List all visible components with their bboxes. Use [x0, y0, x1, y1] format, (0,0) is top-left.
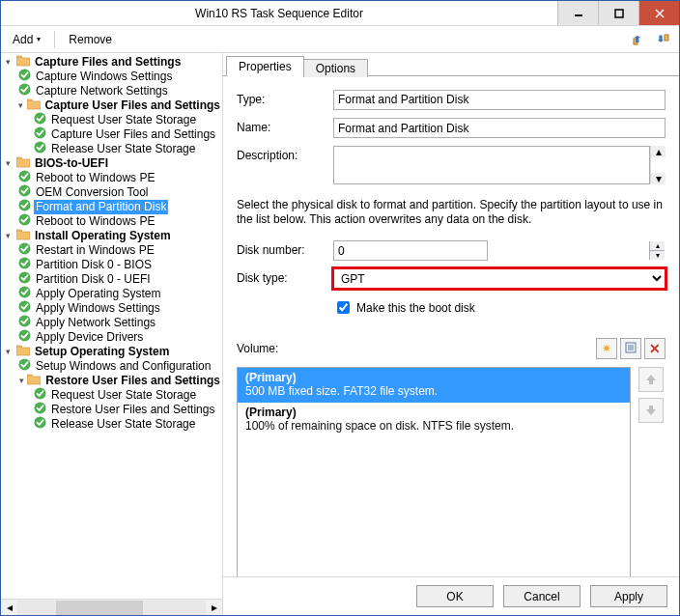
- minimize-button[interactable]: [557, 1, 598, 25]
- apply-button[interactable]: Apply: [590, 585, 667, 607]
- expand-icon[interactable]: ▾: [3, 57, 14, 68]
- success-icon: [34, 141, 46, 157]
- tree-item[interactable]: Request User State Storage: [34, 113, 222, 127]
- tab-options[interactable]: Options: [303, 59, 368, 77]
- tree-item[interactable]: Apply Device Drivers: [18, 330, 222, 345]
- tree-item-label: Request User State Storage: [49, 388, 198, 403]
- tree-item-label: Setup Operating System: [33, 345, 171, 359]
- move-up-icon[interactable]: [629, 30, 648, 49]
- cancel-button[interactable]: Cancel: [503, 585, 581, 607]
- move-down-icon[interactable]: [654, 30, 673, 49]
- volume-item[interactable]: (Primary)100% of remaining space on disk…: [238, 403, 630, 437]
- tree-item[interactable]: Apply Windows Settings: [18, 301, 222, 316]
- textarea-spin: ▴ ▾: [650, 146, 666, 184]
- expand-icon[interactable]: ▾: [3, 158, 14, 169]
- footer: OK Cancel Apply: [223, 576, 679, 615]
- tree-children: Capture Windows SettingsCapture Network …: [3, 70, 222, 156]
- expand-icon[interactable]: ▾: [18, 100, 24, 111]
- expand-icon[interactable]: ▾: [3, 347, 14, 357]
- spin-up-icon[interactable]: ▴: [649, 241, 665, 250]
- tree-item-label: Restart in Windows PE: [34, 243, 156, 258]
- volume-item-title: (Primary): [245, 371, 622, 384]
- task-tree[interactable]: ▾Capture Files and SettingsCapture Windo…: [1, 53, 222, 599]
- bootdisk-label[interactable]: Make this the boot disk: [356, 301, 475, 315]
- volume-move-up-button[interactable]: [638, 367, 664, 392]
- bootdisk-checkbox[interactable]: [337, 301, 350, 314]
- add-label: Add: [13, 33, 33, 46]
- disktype-select[interactable]: GPT: [333, 268, 666, 289]
- window-controls: [557, 1, 679, 25]
- volume-move-down-button[interactable]: [638, 398, 664, 423]
- remove-button[interactable]: Remove: [63, 31, 118, 48]
- tree-item[interactable]: OEM Conversion Tool: [18, 185, 222, 200]
- expand-icon[interactable]: ▾: [18, 376, 24, 386]
- tree-item-label: BIOS-to-UEFI: [33, 156, 110, 171]
- add-button[interactable]: Add ▾: [7, 31, 46, 48]
- tree-item-label: Capture User Files and Settings: [49, 127, 217, 142]
- tab-properties[interactable]: Properties: [226, 56, 304, 76]
- success-icon: [18, 213, 31, 230]
- description-field[interactable]: [333, 146, 650, 184]
- tab-strip: Properties Options: [223, 53, 679, 76]
- app-window: Win10 RS Task Sequence Editor Add ▾ Remo…: [0, 0, 680, 616]
- volume-list[interactable]: (Primary)500 MB fixed size. FAT32 file s…: [237, 367, 631, 576]
- scroll-thumb[interactable]: [56, 601, 143, 615]
- scroll-right-icon[interactable]: ▸: [206, 601, 222, 615]
- tree-item[interactable]: Partition Disk 0 - BIOS: [18, 258, 222, 272]
- tree-item[interactable]: Partition Disk 0 - UEFI: [18, 272, 222, 287]
- tree-item[interactable]: Capture Network Settings: [18, 84, 222, 98]
- tree-group[interactable]: ▾Install Operating System: [3, 229, 222, 243]
- tree-hscrollbar[interactable]: ◂ ▸: [1, 599, 222, 615]
- tree-item-label: Format and Partition Disk: [34, 200, 168, 214]
- disknumber-field[interactable]: [333, 240, 488, 261]
- new-volume-button[interactable]: ✷: [596, 338, 617, 359]
- tree-item-label: Partition Disk 0 - BIOS: [34, 258, 154, 272]
- tree-item[interactable]: Apply Operating System: [18, 287, 222, 301]
- delete-volume-button[interactable]: ✕: [644, 338, 666, 359]
- spin-down-icon[interactable]: ▾: [649, 250, 665, 260]
- close-button[interactable]: [638, 1, 679, 25]
- scroll-left-icon[interactable]: ◂: [1, 601, 17, 615]
- textarea-up-icon[interactable]: ▴: [651, 146, 666, 157]
- tree-item-label: Release User State Storage: [49, 417, 197, 432]
- tree-item[interactable]: Restart in Windows PE: [18, 243, 222, 258]
- tree-group[interactable]: ▾Capture User Files and Settings: [18, 98, 222, 113]
- tree-item[interactable]: Capture User Files and Settings: [34, 127, 222, 142]
- type-value: Format and Partition Disk: [333, 90, 666, 110]
- tree-item[interactable]: Capture Windows Settings: [18, 70, 222, 84]
- tree-item-label: Capture Files and Settings: [33, 55, 183, 70]
- tree-group[interactable]: ▾Restore User Files and Settings: [18, 374, 222, 388]
- ok-button[interactable]: OK: [416, 585, 494, 607]
- properties-panel: Type: Format and Partition Disk Name: De…: [223, 76, 679, 576]
- volume-order-buttons: [637, 367, 666, 423]
- tree-group[interactable]: ▾Capture Files and Settings: [3, 55, 222, 70]
- remove-label: Remove: [69, 33, 112, 46]
- volume-properties-button[interactable]: [620, 338, 641, 359]
- volume-item[interactable]: (Primary)500 MB fixed size. FAT32 file s…: [238, 368, 630, 403]
- tree-item[interactable]: Format and Partition Disk: [18, 200, 222, 214]
- tree-item[interactable]: Restore User Files and Settings: [34, 403, 222, 417]
- tree-item[interactable]: Reboot to Windows PE: [18, 214, 222, 229]
- tree-item[interactable]: Release User State Storage: [34, 142, 222, 156]
- separator: [54, 31, 55, 48]
- tree-item[interactable]: Setup Windows and Configuration: [18, 359, 222, 374]
- tree-item[interactable]: Reboot to Windows PE: [18, 171, 222, 185]
- success-icon: [18, 329, 31, 346]
- maximize-button[interactable]: [598, 1, 638, 25]
- tree-item[interactable]: Apply Network Settings: [18, 316, 222, 330]
- volume-label: Volume:: [237, 342, 596, 355]
- tree-children: Restart in Windows PEPartition Disk 0 - …: [3, 243, 222, 345]
- tree-group[interactable]: ▾Setup Operating System: [3, 345, 222, 359]
- name-field[interactable]: [333, 118, 666, 138]
- textarea-down-icon[interactable]: ▾: [651, 173, 666, 184]
- tree-item[interactable]: Request User State Storage: [34, 388, 222, 403]
- disknumber-spinner: ▴ ▾: [649, 241, 665, 260]
- tree-children: Reboot to Windows PEOEM Conversion ToolF…: [3, 171, 222, 229]
- tree-item-label: Apply Network Settings: [34, 316, 157, 330]
- right-pane: Properties Options Type: Format and Part…: [223, 53, 679, 615]
- volume-item-title: (Primary): [245, 406, 622, 419]
- tree-item[interactable]: Release User State Storage: [34, 417, 222, 432]
- tree-group[interactable]: ▾BIOS-to-UEFI: [3, 156, 222, 171]
- scroll-track[interactable]: [17, 601, 206, 615]
- expand-icon[interactable]: ▾: [3, 231, 14, 241]
